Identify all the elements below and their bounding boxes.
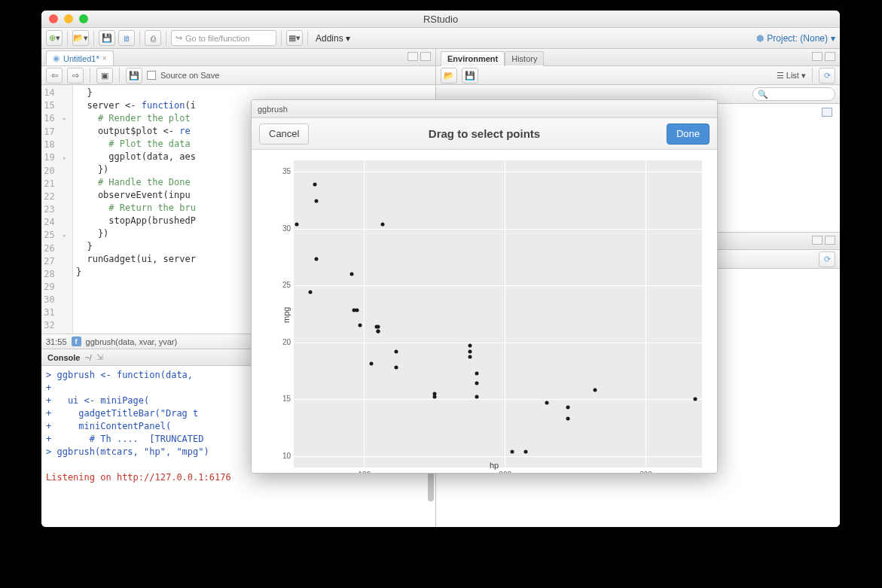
scope-f-icon: f	[72, 337, 81, 346]
printer-icon: ⎙	[151, 34, 156, 43]
data-point[interactable]	[356, 309, 359, 312]
new-file-button[interactable]: ⊕▾	[46, 30, 63, 46]
source-on-save-label: Source on Save	[160, 71, 219, 80]
data-point[interactable]	[468, 349, 472, 353]
grid-icon: ▦	[288, 33, 296, 43]
maximize-env-icon[interactable]	[825, 52, 835, 61]
load-workspace-button[interactable]: 📂	[441, 68, 457, 84]
source-toolbar: ⇦ ⇨ ▣ 💾 Source on Save	[41, 66, 435, 85]
data-point[interactable]	[377, 329, 380, 333]
window-title: RStudio	[41, 14, 840, 25]
console-title: Console	[47, 353, 80, 362]
goto-file-input[interactable]: ↪ Go to file/function	[171, 30, 276, 46]
y-tick: 10	[282, 452, 291, 460]
plus-circle-icon: ⊕	[49, 33, 56, 43]
project-label: Project: (None)	[767, 33, 828, 44]
y-tick: 30	[282, 224, 291, 233]
rscript-icon: ◉	[53, 53, 60, 63]
project-menu[interactable]: ⬢ Project: (None) ▾	[756, 33, 835, 44]
data-grid-icon[interactable]	[822, 108, 832, 117]
close-tab-icon[interactable]: ×	[102, 54, 107, 62]
cursor-position: 31:55	[46, 337, 67, 346]
data-point[interactable]	[593, 388, 597, 392]
floppy-icon: 💾	[102, 33, 112, 43]
data-point[interactable]	[314, 200, 318, 203]
popout-icon[interactable]: ⇲	[96, 352, 103, 362]
data-point[interactable]	[369, 362, 373, 366]
print-button[interactable]: ⎙	[145, 30, 161, 46]
data-point[interactable]	[545, 401, 549, 404]
scope-label[interactable]: ggbrush(data, xvar, yvar)	[86, 337, 178, 346]
data-point[interactable]	[313, 182, 317, 186]
tab-environment[interactable]: Environment	[441, 51, 505, 66]
gadget-title: Drag to select points	[252, 127, 717, 140]
save-workspace-button[interactable]: 💾	[462, 68, 478, 84]
data-point[interactable]	[566, 405, 570, 409]
y-tick: 15	[282, 395, 291, 403]
floppy-stack-icon: 🗎	[123, 34, 131, 43]
data-point[interactable]	[510, 449, 514, 453]
data-point[interactable]	[380, 222, 384, 226]
forward-button[interactable]: ⇨	[67, 68, 84, 84]
data-point[interactable]	[432, 395, 436, 399]
grid-menu-button[interactable]: ▦▾	[286, 30, 303, 46]
scrollbar-thumb[interactable]	[428, 471, 434, 501]
data-point[interactable]	[358, 324, 362, 328]
console-path: ~/	[84, 353, 91, 362]
data-point[interactable]	[475, 382, 478, 385]
data-point[interactable]	[566, 417, 570, 421]
y-axis-title: mpg	[282, 307, 291, 323]
ggbrush-gadget: ggbrush Cancel Drag to select points Don…	[251, 99, 718, 474]
plot-panel[interactable]	[294, 160, 702, 468]
source-on-save-checkbox[interactable]	[147, 71, 156, 80]
tab-untitled1[interactable]: ◉ Untitled1* ×	[46, 50, 114, 66]
tab-label: Untitled1*	[63, 54, 99, 63]
data-point[interactable]	[693, 398, 697, 401]
save-all-button[interactable]: 🗎	[118, 30, 135, 46]
tab-history[interactable]: History	[505, 51, 544, 66]
arrow-right-icon: ↪	[175, 33, 182, 43]
minimize-lower-icon[interactable]	[812, 236, 822, 245]
plot-area[interactable]: mpg hp 100200300101520253035	[252, 150, 717, 473]
minimize-env-icon[interactable]	[812, 52, 822, 61]
refresh-lower-button[interactable]: ⟳	[819, 251, 835, 267]
maximize-pane-icon[interactable]	[420, 52, 431, 61]
data-point[interactable]	[395, 349, 398, 353]
back-button[interactable]: ⇦	[46, 68, 63, 84]
cancel-button[interactable]: Cancel	[259, 123, 309, 145]
data-point[interactable]	[475, 371, 478, 375]
list-mode-menu[interactable]: ☰ List ▾	[777, 71, 806, 81]
done-button[interactable]: Done	[667, 123, 710, 145]
main-toolbar: ⊕▾ 📂▾ 💾 🗎 ⎙ ↪ Go to file/function ▦▾ Add…	[41, 28, 840, 49]
data-point[interactable]	[475, 395, 478, 399]
y-tick: 20	[282, 338, 291, 346]
env-toolbar: 📂 💾 ☰ List ▾ ⟳	[436, 66, 840, 85]
minimize-pane-icon[interactable]	[407, 52, 418, 61]
addins-menu[interactable]: Addins ▾	[313, 33, 353, 44]
show-in-new-window-button[interactable]: ▣	[96, 68, 113, 84]
y-tick: 35	[282, 167, 291, 175]
data-point[interactable]	[395, 366, 398, 370]
x-tick: 100	[358, 471, 371, 474]
goto-placeholder: Go to file/function	[185, 34, 250, 43]
maximize-lower-icon[interactable]	[825, 236, 835, 245]
folder-open-icon: 📂	[73, 33, 84, 43]
refresh-env-button[interactable]: ⟳	[819, 68, 835, 84]
x-tick: 300	[639, 471, 652, 474]
env-search-input[interactable]: 🔍	[752, 87, 835, 101]
save-source-button[interactable]: 💾	[126, 68, 142, 84]
source-tabs: ◉ Untitled1* ×	[41, 49, 435, 66]
data-point[interactable]	[468, 355, 472, 359]
data-point[interactable]	[309, 291, 313, 294]
cube-icon: ⬢	[756, 33, 764, 44]
x-axis-title: hp	[490, 461, 499, 470]
data-point[interactable]	[314, 257, 318, 261]
open-project-button[interactable]: 📂▾	[72, 30, 89, 46]
data-point[interactable]	[524, 449, 528, 453]
data-point[interactable]	[295, 222, 298, 226]
data-point[interactable]	[375, 324, 379, 328]
titlebar[interactable]: RStudio	[41, 11, 840, 28]
data-point[interactable]	[468, 344, 472, 348]
save-button[interactable]: 💾	[99, 30, 115, 46]
data-point[interactable]	[349, 273, 353, 276]
